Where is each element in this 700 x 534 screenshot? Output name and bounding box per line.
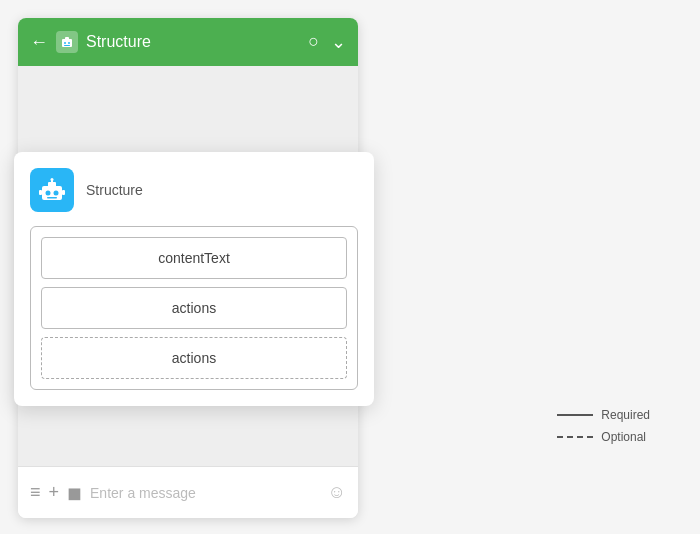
robot-svg — [38, 176, 66, 204]
structure-card: Structure contentText actions actions — [14, 152, 374, 406]
card-structure-container: contentText actions actions — [30, 226, 358, 390]
bot-icon — [56, 31, 78, 53]
card-title: Structure — [86, 182, 143, 198]
top-bar-title: Structure — [86, 33, 300, 51]
svg-point-3 — [68, 42, 70, 44]
bot-svg — [59, 34, 75, 50]
required-label: Required — [601, 408, 650, 422]
svg-rect-13 — [62, 190, 65, 195]
robot-icon-box — [30, 168, 74, 212]
message-input-placeholder[interactable]: Enter a message — [90, 485, 320, 501]
optional-label: Optional — [601, 430, 646, 444]
svg-point-2 — [64, 42, 66, 44]
search-icon[interactable]: ○ — [308, 31, 319, 53]
legend-optional: Optional — [557, 430, 650, 444]
required-line — [557, 414, 593, 416]
legend-required: Required — [557, 408, 650, 422]
back-button[interactable]: ← — [30, 32, 48, 53]
svg-rect-12 — [39, 190, 42, 195]
bottom-bar: ≡ + ◼ Enter a message ☺ — [18, 466, 358, 518]
svg-rect-4 — [64, 45, 70, 46]
actions-box-1: actions — [41, 287, 347, 329]
svg-rect-9 — [47, 197, 57, 199]
svg-point-8 — [54, 191, 59, 196]
emoji-icon[interactable]: ☺ — [328, 482, 346, 503]
top-bar: ← Structure ○ ⌄ — [18, 18, 358, 66]
content-text-box: contentText — [41, 237, 347, 279]
svg-point-7 — [46, 191, 51, 196]
menu-icon[interactable]: ≡ — [30, 482, 41, 503]
actions-box-2: actions — [41, 337, 347, 379]
image-icon[interactable]: ◼ — [67, 482, 82, 504]
add-icon[interactable]: + — [49, 482, 60, 503]
legend: Required Optional — [557, 408, 650, 444]
top-bar-actions: ○ ⌄ — [308, 31, 346, 53]
svg-rect-1 — [65, 37, 69, 40]
chevron-down-icon[interactable]: ⌄ — [331, 31, 346, 53]
svg-point-11 — [51, 178, 54, 181]
optional-line — [557, 436, 593, 438]
card-header: Structure — [30, 168, 358, 212]
